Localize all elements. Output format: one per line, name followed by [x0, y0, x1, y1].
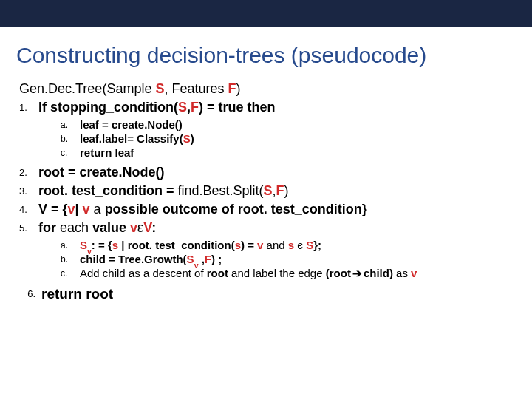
c5-g: as — [393, 267, 411, 279]
a5-k: є — [294, 239, 306, 251]
sig-s: S — [155, 81, 164, 96]
step-1b: b. leaf.label= Classify(S) — [61, 132, 516, 145]
c5-d: and label the edge — [231, 267, 326, 279]
l4-f: possible outcome of root. test_condition… — [105, 202, 367, 216]
l4-a: V = { — [38, 202, 68, 216]
l1-a: If stopping_condition( — [38, 100, 178, 115]
l1-s: S — [178, 100, 187, 115]
c5-f: child) — [364, 267, 393, 279]
num-6: 6. — [10, 286, 41, 302]
sig-f: F — [228, 81, 236, 96]
l1-f: F — [191, 100, 199, 115]
top-bar — [0, 0, 532, 27]
a5-i: and — [263, 239, 287, 251]
a5-m: }; — [313, 239, 321, 251]
b5-d: , — [198, 253, 204, 265]
l3-s: S — [264, 183, 273, 198]
num-3: 3. — [19, 183, 38, 199]
num-2: 2. — [19, 165, 38, 180]
sig-sep: , Features — [164, 81, 228, 96]
step-1c: c. return leaf — [61, 146, 516, 159]
l4-v1: v — [68, 202, 75, 216]
c5-c: root — [207, 267, 231, 279]
sig-open: (Sample — [102, 81, 155, 96]
sig-name: Gen.Dec.Tree — [19, 81, 102, 96]
step-5: 5. for each value vεV: — [19, 220, 516, 236]
c5-e: (root — [326, 267, 351, 279]
step-2: 2. root = create.Node() — [19, 165, 516, 180]
a5-s1: s — [112, 239, 118, 251]
slide-title: Constructing decision-trees (pseudocode) — [16, 43, 516, 68]
sig-close: ) — [236, 81, 240, 96]
a5-c: : = { — [92, 239, 112, 251]
step-1: 1. If stopping_condition(S,F) = true the… — [19, 100, 516, 115]
l3-f: F — [276, 183, 284, 198]
l4-v2: v — [83, 202, 90, 216]
b5-sub: v — [194, 261, 199, 270]
c5-a: Add child — [80, 267, 129, 279]
num-5b: b. — [61, 253, 80, 265]
a5-e: | root. test_condition( — [118, 239, 235, 251]
b5-F: F — [205, 253, 211, 265]
l3-f2: ) — [284, 183, 289, 198]
step-6: 6. return root — [10, 286, 516, 302]
l5-V: V — [143, 220, 151, 235]
b5-S: S — [187, 253, 194, 265]
step-5a: a. Sv: = {s | root. test_condition(s) = … — [61, 239, 516, 251]
a5-sub: v — [87, 247, 92, 256]
step-5b: b. child = Tree.Growth(Sv ,F) ; — [61, 253, 516, 265]
num-1a: a. — [61, 118, 80, 131]
a5-S: S — [80, 239, 87, 251]
num-1: 1. — [19, 100, 38, 115]
a5-S2: S — [306, 239, 313, 251]
l1b-s: S — [183, 132, 191, 145]
a5-s3: s — [288, 239, 294, 251]
l4-c: | — [75, 202, 83, 216]
a5-s2: s — [235, 239, 241, 251]
l2-body: root = create.Node() — [38, 165, 516, 180]
step-1a: a. leaf = create.Node() — [61, 118, 516, 131]
slide-content: Constructing decision-trees (pseudocode)… — [0, 27, 532, 302]
l3-b: find.Best.Split( — [178, 183, 264, 198]
num-5a: a. — [61, 239, 80, 251]
c5-v: v — [411, 267, 417, 279]
arrow-icon: ➔ — [351, 267, 364, 280]
num-4: 4. — [19, 202, 38, 217]
l1-e: ) = true then — [199, 100, 276, 115]
l5-eps: ε — [137, 220, 143, 235]
num-5: 5. — [19, 220, 38, 236]
l1c-body: return leaf — [80, 146, 516, 159]
l1b-a: leaf.label= Classify( — [80, 132, 183, 145]
num-5c: c. — [61, 267, 80, 280]
l1b-c: ) — [191, 132, 194, 145]
b5-a: child = Tree.Growth( — [80, 253, 187, 265]
function-signature: Gen.Dec.Tree(Sample S, Features F) — [19, 81, 516, 97]
l5-a: for — [38, 220, 60, 235]
l5-g: : — [151, 220, 156, 235]
num-1b: b. — [61, 132, 80, 145]
step-4: 4. V = {v| v a possible outcome of root.… — [19, 202, 516, 217]
l4-e: a — [90, 202, 105, 216]
l5-c: value — [92, 220, 130, 235]
l6-body: return root — [41, 286, 516, 302]
b5-f: ) ; — [211, 253, 222, 265]
a5-g: ) = — [241, 239, 257, 251]
step-5c: c. Add child as a descent of root and la… — [61, 267, 516, 280]
l1a-body: leaf = create.Node() — [80, 118, 516, 131]
l5-b: each — [60, 220, 92, 235]
step-3: 3. root. test_condition = find.Best.Spli… — [19, 183, 516, 199]
l5-v: v — [130, 220, 137, 235]
l3-a: root. test_condition = — [38, 183, 178, 198]
num-1c: c. — [61, 146, 80, 159]
